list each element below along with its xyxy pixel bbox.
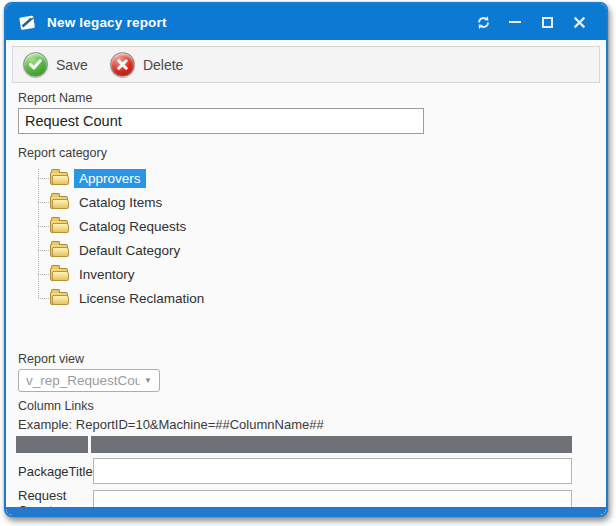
row-label-packagetitle: PackageTitle — [16, 464, 93, 479]
save-button[interactable]: Save — [23, 52, 88, 77]
report-name-label: Report Name — [18, 91, 600, 105]
minimize-icon — [509, 21, 521, 23]
chevron-down-icon: ▼ — [144, 376, 152, 385]
save-label: Save — [56, 57, 88, 73]
tree-item-catalog-requests[interactable]: Catalog Requests — [38, 214, 600, 238]
titlebar[interactable]: New legacy report — [6, 4, 606, 40]
maximize-icon — [542, 17, 553, 28]
note-pencil-icon — [16, 12, 38, 32]
folder-icon — [50, 292, 68, 305]
folder-icon — [50, 244, 68, 257]
folder-icon — [50, 172, 68, 185]
tree-item-label: Approvers — [74, 169, 146, 188]
tree-item-label: License Reclamation — [74, 289, 209, 308]
delete-button[interactable]: Delete — [110, 52, 183, 77]
tree-item-default-category[interactable]: Default Category — [38, 238, 600, 262]
tree-item-license-reclamation[interactable]: License Reclamation — [38, 286, 600, 310]
window-bottom-edge — [6, 507, 606, 515]
refresh-button[interactable] — [470, 10, 496, 34]
table-row: PackageTitle — [16, 457, 572, 485]
close-button[interactable] — [566, 10, 592, 34]
tree-item-label: Catalog Requests — [74, 217, 191, 236]
tree-item-label: Default Category — [74, 241, 185, 260]
report-view-select[interactable]: v_rep_RequestCount ▼ — [18, 369, 160, 392]
close-icon — [573, 16, 586, 29]
delete-label: Delete — [143, 57, 183, 73]
maximize-button[interactable] — [534, 10, 560, 34]
dialog-window: New legacy report Save — [4, 2, 608, 517]
window-title: New legacy report — [47, 15, 167, 30]
report-view-value: v_rep_RequestCount — [26, 373, 140, 388]
save-check-icon — [23, 52, 48, 77]
delete-x-icon — [110, 52, 135, 77]
table-header-cell — [16, 436, 88, 453]
report-view-label: Report view — [18, 352, 600, 366]
dialog-content: Report Name Report category Approvers Ca… — [6, 91, 606, 517]
table-header-row — [16, 436, 572, 453]
column-links-example: Example: ReportID=10&Machine=##ColumnNam… — [18, 417, 600, 432]
report-category-label: Report category — [18, 146, 600, 160]
tree-item-label: Inventory — [74, 265, 140, 284]
folder-icon — [50, 196, 68, 209]
column-links-label: Column Links — [18, 399, 600, 413]
folder-icon — [50, 220, 68, 233]
column-links-table: PackageTitle Request Count — [16, 436, 572, 517]
toolbar: Save Delete — [12, 46, 600, 83]
tree-item-inventory[interactable]: Inventory — [38, 262, 600, 286]
packagetitle-input[interactable] — [93, 458, 572, 484]
report-name-input[interactable] — [18, 108, 424, 134]
minimize-button[interactable] — [502, 10, 528, 34]
folder-icon — [50, 268, 68, 281]
tree-item-approvers[interactable]: Approvers — [38, 166, 600, 190]
table-header-cell — [91, 436, 572, 453]
tree-item-label: Catalog Items — [74, 193, 167, 212]
tree-item-catalog-items[interactable]: Catalog Items — [38, 190, 600, 214]
category-tree: Approvers Catalog Items Catalog Requests… — [38, 166, 600, 310]
